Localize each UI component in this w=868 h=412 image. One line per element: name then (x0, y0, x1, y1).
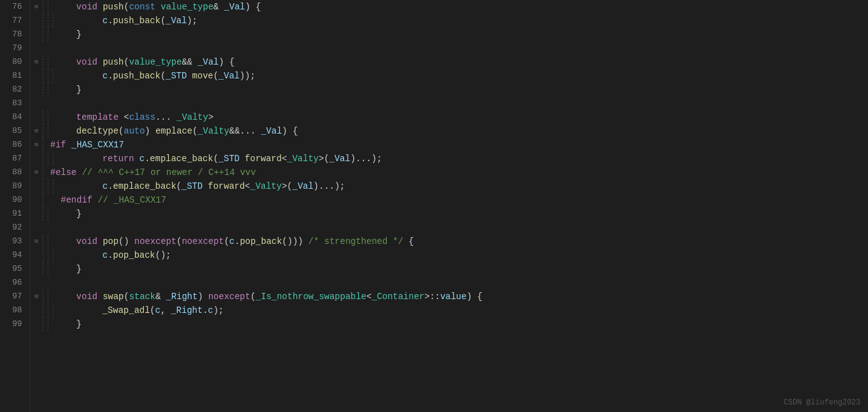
code-line: return c.emplace_back(_STD forward<_Valt… (30, 152, 868, 166)
indent-guide (43, 235, 48, 248)
token: _Valty (250, 181, 282, 191)
indent-guides (43, 83, 53, 97)
indent-guide (48, 28, 53, 41)
token: // ^^^ C++17 or newer / C++14 vvv (82, 167, 255, 177)
indent-guides (43, 304, 58, 317)
token: _Val (261, 126, 282, 136)
token: _Valty (287, 154, 318, 164)
code-tokens: } (53, 207, 82, 221)
line-number: 99 (5, 317, 24, 331)
token: noexcept (134, 236, 176, 246)
code-line: } (30, 28, 868, 41)
indent-guides (43, 207, 53, 221)
indent-guides (43, 138, 48, 152)
code-line: ⊟ void push(const value_type& _Val) { (30, 0, 868, 14)
token (60, 305, 102, 315)
line-number: 97 (5, 290, 24, 304)
indent-guide (48, 0, 53, 14)
code-tokens: c.push_back(_STD move(_Val)); (58, 69, 255, 83)
code-tokens: #if _HAS_CXX17 (48, 138, 124, 152)
code-area: ⊟ void push(const value_type& _Val) { c.… (30, 0, 868, 412)
token: _Right (166, 292, 197, 302)
indent-guide (48, 14, 53, 28)
token: noexcept (208, 292, 250, 302)
indent-guide (43, 138, 48, 152)
fold-button[interactable]: ⊟ (35, 235, 38, 248)
code-tokens: } (53, 28, 82, 41)
line-number: 87 (5, 152, 24, 166)
indent-guide (43, 110, 48, 124)
fold-button[interactable]: ⊟ (35, 166, 38, 179)
code-line: ⊟ void swap(stack& _Right) noexcept(_Is_… (30, 290, 868, 304)
token: c (102, 181, 107, 191)
fold-button[interactable]: ⊟ (35, 138, 38, 152)
fold-button[interactable]: ⊟ (35, 124, 38, 138)
token: { (404, 236, 414, 246)
token: } (55, 264, 82, 274)
token: c (229, 236, 234, 246)
token: } (55, 319, 82, 329)
indent-guides (43, 124, 53, 138)
token: _Swap_adl (102, 305, 150, 315)
token: void (55, 2, 103, 12)
indent-guide (48, 248, 53, 262)
token: _Valty (198, 126, 229, 136)
indent-guide (48, 83, 53, 97)
indent-guides (43, 69, 58, 83)
code-tokens: } (53, 317, 82, 331)
line-number: 98 (5, 304, 24, 317)
fold-gutter: ⊟ (30, 290, 43, 304)
line-number: 76 (5, 0, 24, 14)
token: c (102, 71, 107, 81)
indent-guide (43, 83, 48, 97)
code-tokens: void push(value_type&& _Val) { (53, 55, 235, 69)
indent-guide (43, 290, 48, 304)
fold-button[interactable]: ⊟ (35, 55, 38, 69)
token: _Val (218, 71, 240, 81)
indent-guide (48, 262, 53, 276)
indent-guides (43, 14, 58, 28)
line-number: 94 (5, 248, 24, 262)
token: . (108, 71, 113, 81)
token: > (208, 112, 213, 122)
token: /* strengthened */ (308, 236, 403, 246)
token: )...); (350, 154, 382, 164)
token: value (440, 292, 466, 302)
token: )...); (313, 181, 345, 191)
line-number: 90 (5, 193, 24, 207)
code-tokens: c.push_back(_Val); (58, 14, 197, 28)
token: ) { (466, 292, 482, 302)
token: c (102, 250, 107, 260)
token: #else (50, 167, 82, 177)
token (60, 16, 102, 26)
fold-button[interactable]: ⊟ (35, 290, 38, 304)
token: ( (176, 181, 181, 191)
token: push (103, 2, 124, 12)
token: < (124, 112, 129, 122)
token: _Val (330, 154, 351, 164)
line-number: 81 (5, 69, 24, 83)
indent-guide (48, 207, 53, 221)
indent-guide (53, 304, 58, 317)
token: _Right (171, 305, 202, 315)
token: pop (103, 236, 119, 246)
code-tokens: #else // ^^^ C++17 or newer / C++14 vvv (48, 166, 256, 179)
code-tokens: c.pop_back(); (58, 248, 171, 262)
indent-guide (48, 69, 53, 83)
indent-guides (43, 317, 53, 331)
indent-guide (43, 304, 48, 317)
token: emplace (156, 126, 193, 136)
token: _Val (292, 181, 314, 191)
token: class (129, 112, 156, 122)
code-editor: 7677787980818283848586878889909192939495… (0, 0, 868, 412)
fold-button[interactable]: ⊟ (35, 0, 38, 14)
code-tokens: #endif // _HAS_CXX17 (48, 193, 166, 207)
token (60, 71, 102, 81)
token: ) (198, 292, 208, 302)
indent-guides (43, 0, 53, 14)
watermark: CSDN @liufeng2023 (784, 398, 860, 407)
token: . (108, 16, 113, 26)
token: ) { (245, 2, 261, 12)
token: && (182, 57, 198, 67)
token: ( (161, 71, 166, 81)
